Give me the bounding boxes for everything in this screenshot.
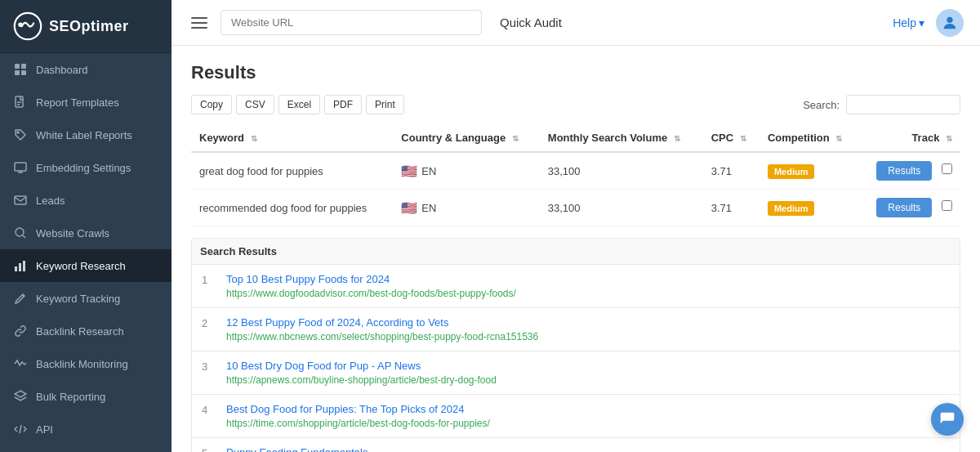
sidebar-item-keyword-research[interactable]: Keyword Research: [0, 249, 172, 282]
result-title[interactable]: Top 10 Best Puppy Foods for 2024: [226, 273, 950, 285]
logo-area[interactable]: SEOptimer: [0, 0, 172, 53]
table-row: recommended dog food for puppies 🇺🇸 EN 3…: [191, 190, 960, 226]
hamburger-line-3: [191, 27, 207, 29]
table-controls: Copy CSV Excel PDF Print Search:: [191, 95, 960, 114]
chat-bubble[interactable]: [931, 403, 964, 436]
svg-point-1: [18, 23, 22, 27]
copy-button[interactable]: Copy: [191, 95, 232, 114]
cell-country: 🇺🇸 EN: [393, 190, 539, 226]
results-button[interactable]: Results: [876, 161, 932, 181]
search-result-item: 5 Puppy Feeding Fundamentals https://www…: [191, 438, 960, 452]
search-results-title: Search Results: [191, 238, 960, 265]
svg-point-16: [947, 16, 952, 22]
content-area: Results Copy CSV Excel PDF Print Search:…: [172, 46, 980, 452]
cell-cpc: 3.71: [703, 190, 760, 226]
svg-rect-3: [21, 64, 26, 69]
excel-button[interactable]: Excel: [278, 95, 320, 114]
flag-en: 🇺🇸 EN: [401, 200, 436, 216]
sidebar-item-label: Report Templates: [36, 96, 119, 109]
search-result-item: 2 12 Best Puppy Food of 2024, According …: [191, 308, 960, 351]
search-results-list: 1 Top 10 Best Puppy Foods for 2024 https…: [191, 265, 960, 452]
sidebar-item-label: White Label Reports: [36, 129, 132, 141]
sidebar-item-backlink-monitoring[interactable]: Backlink Monitoring: [0, 347, 172, 380]
sidebar-item-dashboard[interactable]: Dashboard: [0, 53, 172, 86]
result-title[interactable]: Best Dog Food for Puppies: The Top Picks…: [226, 403, 950, 415]
search-result-item: 4 Best Dog Food for Puppies: The Top Pic…: [191, 395, 960, 438]
sidebar-item-label: Keyword Tracking: [36, 293, 120, 305]
sort-icon-competition[interactable]: ⇅: [835, 134, 842, 143]
svg-marker-14: [15, 391, 26, 397]
sort-icon-volume[interactable]: ⇅: [674, 134, 680, 143]
hamburger-button[interactable]: [188, 14, 211, 32]
results-title: Results: [191, 62, 960, 83]
track-checkbox[interactable]: [942, 200, 952, 211]
table-search-input[interactable]: [846, 95, 960, 114]
topbar: Quick Audit Help ▾: [172, 0, 980, 46]
cell-competition: Medium: [760, 190, 859, 226]
search-label: Search:: [803, 99, 840, 111]
cell-track: Results: [859, 152, 960, 190]
svg-rect-9: [15, 196, 26, 204]
flag-en: 🇺🇸 EN: [401, 163, 436, 179]
cell-cpc: 3.71: [703, 152, 760, 190]
col-cpc: CPC ⇅: [703, 124, 760, 152]
chat-icon: [939, 411, 956, 427]
search-result-item: 1 Top 10 Best Puppy Foods for 2024 https…: [191, 265, 960, 308]
result-title[interactable]: 12 Best Puppy Food of 2024, According to…: [226, 316, 950, 329]
chevron-down-icon: ▾: [919, 16, 924, 29]
col-track: Track ⇅: [859, 124, 960, 152]
sidebar-item-label: Backlink Monitoring: [36, 358, 128, 370]
results-button[interactable]: Results: [876, 198, 932, 217]
sidebar-item-bulk-reporting[interactable]: Bulk Reporting: [0, 380, 172, 413]
sidebar-item-label: Dashboard: [36, 64, 88, 76]
result-url: https://apnews.com/buyline-shopping/arti…: [226, 374, 497, 386]
keyword-table: Keyword ⇅ Country & Language ⇅ Monthly S…: [191, 124, 960, 226]
result-content: Puppy Feeding Fundamentals https://www.a…: [226, 446, 950, 452]
bar-chart-icon: [13, 258, 28, 273]
print-button[interactable]: Print: [366, 95, 404, 114]
result-content: Best Dog Food for Puppies: The Top Picks…: [226, 403, 950, 429]
layers-icon: [13, 389, 28, 404]
result-content: 10 Best Dry Dog Food for Pup - AP News h…: [226, 360, 950, 386]
url-input[interactable]: [220, 10, 482, 35]
sidebar-item-label: Bulk Reporting: [36, 391, 105, 403]
sidebar-item-embedding[interactable]: Embedding Settings: [0, 151, 172, 184]
svg-rect-12: [19, 263, 21, 271]
result-title[interactable]: Puppy Feeding Fundamentals: [226, 446, 950, 452]
result-content: 12 Best Puppy Food of 2024, According to…: [226, 316, 950, 342]
sidebar-item-leads[interactable]: Leads: [0, 184, 172, 217]
monitor-icon: [13, 160, 28, 175]
user-avatar[interactable]: [936, 9, 964, 37]
sidebar-item-backlink-research[interactable]: Backlink Research: [0, 315, 172, 347]
sidebar-item-api[interactable]: API: [0, 413, 172, 445]
sidebar-item-label: API: [36, 423, 53, 436]
sidebar: SEOptimer Dashboard Report Templates Whi…: [0, 0, 172, 452]
sidebar-item-website-crawls[interactable]: Website Crawls: [0, 217, 172, 249]
sidebar-item-label: Backlink Research: [36, 325, 124, 338]
sort-icon-track[interactable]: ⇅: [946, 134, 952, 143]
cell-keyword: recommended dog food for puppies: [191, 190, 393, 226]
logo-icon: [13, 11, 42, 41]
cell-country: 🇺🇸 EN: [393, 152, 539, 190]
quick-audit-button[interactable]: Quick Audit: [492, 11, 570, 34]
result-title[interactable]: 10 Best Dry Dog Food for Pup - AP News: [226, 360, 950, 372]
col-keyword: Keyword ⇅: [191, 124, 393, 152]
sidebar-item-report-templates[interactable]: Report Templates: [0, 86, 172, 119]
pdf-button[interactable]: PDF: [324, 95, 362, 114]
code-icon: [13, 422, 28, 436]
table-row: great dog food for puppies 🇺🇸 EN 33,100 …: [191, 152, 960, 190]
topbar-right: Help ▾: [893, 9, 964, 37]
sidebar-item-white-label[interactable]: White Label Reports: [0, 119, 172, 151]
track-checkbox[interactable]: [942, 163, 952, 174]
sort-icon-keyword[interactable]: ⇅: [251, 134, 257, 143]
result-content: Top 10 Best Puppy Foods for 2024 https:/…: [226, 273, 950, 299]
sort-icon-country[interactable]: ⇅: [512, 134, 519, 143]
cell-keyword: great dog food for puppies: [191, 152, 393, 190]
sort-icon-cpc[interactable]: ⇅: [740, 134, 746, 143]
cell-volume: 33,100: [540, 152, 703, 190]
logo-text: SEOptimer: [49, 18, 129, 35]
help-button[interactable]: Help ▾: [893, 16, 924, 29]
csv-button[interactable]: CSV: [236, 95, 274, 114]
svg-point-10: [16, 228, 24, 236]
sidebar-item-keyword-tracking[interactable]: Keyword Tracking: [0, 282, 172, 315]
